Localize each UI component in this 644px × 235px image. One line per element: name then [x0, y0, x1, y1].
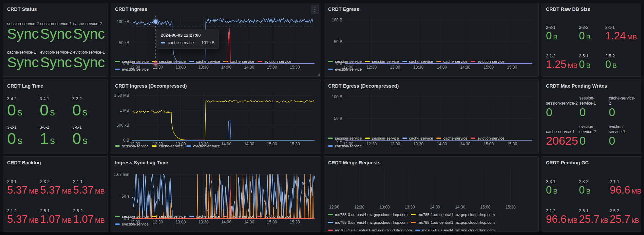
chart-area[interactable]: 0 B500 kB1 MB1.50 MB12:0012:3013:0013:30… [114, 90, 317, 142]
x-axis-tick-label: 13:00 [175, 65, 186, 70]
stat-cell: 2-5-10B [579, 42, 604, 71]
stat-value-number: 25.7 [579, 213, 599, 225]
panel-title[interactable]: CRDT Egress (Decompressed) [327, 83, 535, 90]
stat-cell: 3-4-20s [7, 91, 38, 119]
x-axis-tick-label: 12:30 [153, 220, 163, 224]
x-axis-tick-label: 13:30 [413, 142, 423, 146]
stat-cell: 2-5-20B [605, 42, 637, 71]
stat-label: session-service-1 [580, 96, 608, 106]
stat-label: 2-3-2 [40, 179, 50, 184]
y-axis-tick-label: 500 kB [117, 123, 129, 128]
stat-value-unit: s [82, 107, 88, 118]
stat-value: 0s [72, 130, 88, 146]
panel-crdt-egress: CRDT Egress0 B50 B100 B12:0012:3013:0013… [324, 3, 539, 77]
legend-item[interactable]: mc785-1.us-central1-mz.gcp.cloud.rlrcp.c… [411, 219, 495, 225]
legend-item[interactable]: mc785-1.us-central1-mz.gcp.cloud.rlrcp.c… [411, 211, 495, 218]
panel-title[interactable]: CRDT Raw DB Size [545, 6, 638, 13]
chart-area[interactable]: 0 s50 s1.67 min12:0012:3013:0013:3014:00… [114, 167, 317, 212]
y-axis-tick-label: 1.67 min [114, 172, 129, 177]
legend-label: mc785-1.us-central1-mz.gcp.cloud.rlrcp.c… [418, 213, 495, 217]
panel-crdt-raw-db-size: CRDT Raw DB Size2-3-10B2-3-20B2-1-11.24M… [542, 3, 641, 77]
stat-value: 0B [546, 185, 557, 195]
panel-title[interactable]: Ingress Sync Lag Time [114, 159, 317, 167]
panel-title[interactable]: CRDT Max Pending Writes [545, 83, 638, 90]
panel-title[interactable]: CRDT Lag Time [6, 83, 104, 90]
stat-cell: cache-service-1Sync [7, 42, 39, 71]
stat-value-unit: MB [627, 34, 637, 41]
panel-title[interactable]: CRDT Status [6, 6, 104, 13]
panel-title[interactable]: CRDT Backlog [6, 159, 104, 167]
x-axis-tick-label: 14:30 [244, 220, 254, 224]
stat-value-unit: s [50, 107, 55, 118]
stat-cell: cache-service-20 [609, 91, 637, 119]
panel-title[interactable]: CRDT Egress [327, 6, 535, 13]
stat-label: 2-5-2 [610, 209, 619, 213]
stat-value-unit: MB [568, 217, 577, 224]
chart-area[interactable]: 0 B50 B100 B12:0012:3013:0013:3014:0014:… [327, 13, 535, 57]
stat-value: 25.7kB [579, 214, 608, 224]
legend-label: mc785-1.us-central1-mz.gcp.cloud.rlrcp.c… [335, 228, 412, 232]
panel-crdt-max-pending-writes: CRDT Max Pending Writessession-service-2… [542, 79, 641, 153]
tooltip-series-value: 101 kB [201, 40, 214, 45]
x-axis-tick-label: 12:00 [343, 142, 353, 146]
stat-value: 0B [579, 59, 590, 70]
stat-label: 2-3-1 [546, 179, 555, 184]
panel-title[interactable]: CRDT Ingress [114, 6, 317, 13]
stat-label: 3-2-1 [7, 125, 17, 130]
tooltip-series-row: cache-service101 kB [161, 40, 214, 45]
stat-value-number: 20625 [546, 134, 578, 147]
stat-value-number: 0 [546, 30, 552, 42]
legend-label: mc785-0.us-east4-mz.gcp.cloud.rlrcp.com [335, 220, 408, 224]
stat-value-number: 0 [580, 106, 586, 119]
x-axis-tick-label: 15:30 [506, 205, 516, 210]
panel-crdt-backlog: CRDT Backlog2-3-15.37MB2-3-25.37MB2-1-15… [3, 156, 108, 232]
legend-item[interactable]: mc785-0.us-east4-mz.gcp.cloud.rlrcp.com [415, 227, 495, 232]
panel-title[interactable]: CRDT Merge Requests [327, 159, 535, 167]
legend-label: mc785-0.us-east4-mz.gcp.cloud.rlrcp.com [422, 228, 495, 232]
legend-item[interactable]: mc785-1.us-central1-mz.gcp.cloud.rlrcp.c… [328, 227, 412, 232]
x-axis-tick-label: 14:00 [221, 65, 231, 70]
stat-label: cache-service-2 [609, 96, 637, 106]
stat-label: eviction-service-2 [580, 124, 608, 134]
panel-menu-button[interactable]: ⋮ [311, 5, 319, 14]
stat-value: 96.6MB [546, 214, 577, 224]
chart-legend: mc785-0.us-east4-mz.gcp.cloud.rlrcp.comm… [327, 210, 535, 232]
panel-title[interactable]: CRDT Ingress (Decompressed) [114, 83, 317, 90]
x-axis-tick-label: 13:30 [198, 142, 209, 146]
stat-value-unit: MB [95, 188, 105, 195]
stat-cell: 3-4-10s [40, 91, 71, 119]
legend-swatch [328, 222, 333, 223]
x-axis-tick-label: 15:30 [507, 65, 517, 70]
stat-grid: 2-3-10B2-3-20B2-1-11.24MB2-1-21.25MB2-5-… [545, 13, 638, 74]
stat-label: 2-3-1 [7, 179, 17, 184]
stat-grid: session-service-20session-service-10cach… [545, 90, 638, 150]
panel-title[interactable]: CRDT Pending GC [545, 159, 638, 167]
legend-item[interactable]: mc785-0.us-east4-mz.gcp.cloud.rlrcp.com [328, 211, 408, 218]
panel-resize-handle[interactable] [317, 73, 320, 76]
stat-label: session-service-1 [40, 21, 72, 26]
x-axis-tick-label: 13:00 [390, 65, 400, 70]
y-axis-tick-label: 50 B [334, 39, 342, 44]
x-axis-tick-label: 14:00 [221, 142, 231, 146]
x-axis-tick-label: 14:30 [460, 65, 470, 70]
legend-item[interactable]: mc785-0.us-east4-mz.gcp.cloud.rlrcp.com [328, 219, 408, 225]
x-axis-tick-label: 15:30 [290, 220, 300, 224]
stat-cell: eviction-service-2Sync [40, 42, 72, 71]
stat-value-number: 5.37 [40, 184, 60, 196]
x-axis-tick-label: 12:30 [153, 65, 163, 70]
stat-value-number: 0 [72, 101, 81, 119]
y-axis-tick-label: 50 s [121, 194, 129, 199]
stat-cell: session-service-20 [546, 91, 578, 119]
stat-value-number: 0 [609, 134, 615, 147]
page-bottom-strip [0, 232, 644, 235]
chart-area[interactable]: 0 B50 B100 B12:0012:3013:0013:3014:0014:… [327, 90, 535, 134]
stat-value-unit: MB [568, 62, 577, 69]
stat-value-unit: MB [29, 188, 39, 195]
chart-area[interactable]: 12:0012:3013:0013:3014:0014:3015:0015:30 [327, 167, 535, 210]
stat-cell: 2-5-11.07MB [40, 197, 72, 226]
stat-label: 3-4-2 [7, 96, 17, 101]
y-axis-tick-label: 0 s [124, 216, 129, 221]
stat-label: session-service-2 [546, 101, 577, 106]
stat-value-unit: B [586, 34, 590, 41]
stat-value: Sync [73, 55, 105, 70]
